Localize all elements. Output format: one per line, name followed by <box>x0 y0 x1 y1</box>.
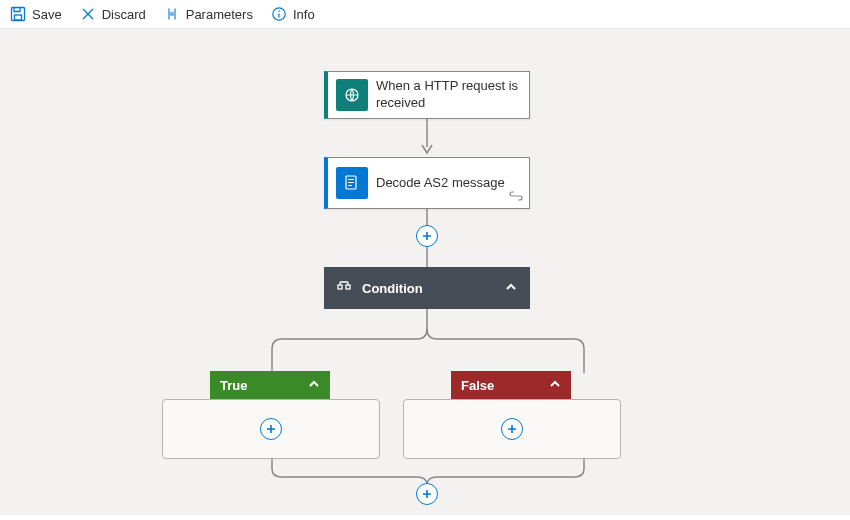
close-icon <box>80 6 96 22</box>
parameters-button[interactable]: @ Parameters <box>164 6 253 22</box>
info-icon <box>271 6 287 22</box>
save-label: Save <box>32 7 62 22</box>
save-button[interactable]: Save <box>10 6 62 22</box>
svg-text:@: @ <box>169 11 174 17</box>
trigger-label: When a HTTP request is received <box>376 78 529 112</box>
action-label: Decode AS2 message <box>376 175 513 192</box>
connector-line <box>426 247 428 267</box>
save-icon <box>10 6 26 22</box>
add-step-button[interactable] <box>416 225 438 247</box>
svg-rect-13 <box>348 185 352 186</box>
http-icon <box>336 79 368 111</box>
condition-icon <box>336 279 352 298</box>
svg-rect-1 <box>15 15 22 20</box>
discard-label: Discard <box>102 7 146 22</box>
condition-node[interactable]: Condition <box>324 267 530 309</box>
trigger-http-request[interactable]: When a HTTP request is received <box>324 71 530 119</box>
connector-arrow <box>420 119 434 157</box>
branch-true-container <box>162 399 380 459</box>
add-action-false-button[interactable] <box>501 418 523 440</box>
branch-false-container <box>403 399 621 459</box>
branch-false-label: False <box>461 378 494 393</box>
condition-label: Condition <box>362 281 423 296</box>
svg-rect-11 <box>348 179 354 180</box>
add-action-true-button[interactable] <box>260 418 282 440</box>
link-icon <box>509 189 523 204</box>
svg-rect-15 <box>346 285 350 289</box>
info-button[interactable]: Info <box>271 6 315 22</box>
document-icon <box>336 167 368 199</box>
info-label: Info <box>293 7 315 22</box>
branch-false-header[interactable]: False <box>451 371 571 399</box>
chevron-up-icon <box>308 378 320 393</box>
toolbar: Save Discard @ Parameters Info <box>0 0 850 29</box>
svg-rect-12 <box>348 182 354 183</box>
svg-rect-14 <box>338 285 342 289</box>
add-step-after-condition-button[interactable] <box>416 483 438 505</box>
designer-canvas: When a HTTP request is received Decode A… <box>0 29 850 515</box>
parameters-icon: @ <box>164 6 180 22</box>
action-decode-as2[interactable]: Decode AS2 message <box>324 157 530 209</box>
chevron-up-icon <box>549 378 561 393</box>
discard-button[interactable]: Discard <box>80 6 146 22</box>
svg-point-5 <box>278 10 280 12</box>
branch-true-label: True <box>220 378 247 393</box>
parameters-label: Parameters <box>186 7 253 22</box>
chevron-up-icon <box>504 280 518 297</box>
branch-connector <box>260 309 595 375</box>
branch-true-header[interactable]: True <box>210 371 330 399</box>
